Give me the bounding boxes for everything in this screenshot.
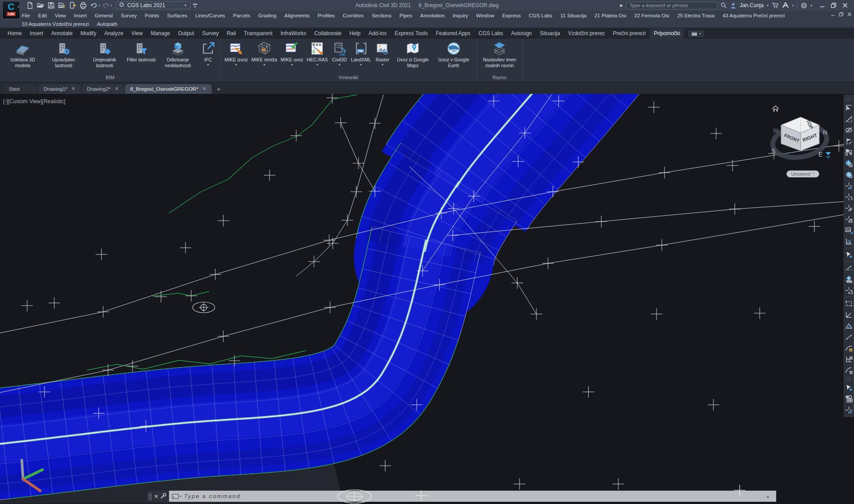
- perp-calc-tool-icon[interactable]: [844, 354, 854, 365]
- search-input[interactable]: [626, 2, 717, 9]
- restore-button[interactable]: [831, 3, 836, 8]
- open-button[interactable]: [36, 1, 45, 10]
- new-button[interactable]: [25, 1, 35, 10]
- split-button-arrow-icon[interactable]: ▼: [206, 63, 209, 66]
- saveas-button[interactable]: [57, 1, 67, 10]
- close-tab-icon[interactable]: ✕: [202, 86, 206, 92]
- viewcube-menu-arrow-icon[interactable]: [826, 152, 831, 155]
- menu-25-electra-trasa[interactable]: 25 Electra Trasa: [673, 13, 719, 18]
- menu-parcels[interactable]: Parcels: [229, 13, 254, 18]
- split-button-arrow-icon[interactable]: ▼: [338, 63, 341, 66]
- ribbon-tab-survey[interactable]: Survey: [198, 28, 222, 39]
- ribbon-button-raster[interactable]: Raster▼: [373, 40, 392, 67]
- search-icon[interactable]: [721, 2, 727, 8]
- split-button-arrow-icon[interactable]: ▼: [235, 63, 238, 66]
- split-button-arrow-icon[interactable]: ▼: [381, 63, 384, 66]
- menu-sections[interactable]: Sections: [368, 13, 395, 18]
- user-avatar-icon[interactable]: [730, 2, 737, 9]
- doc-tab-drawing2[interactable]: Drawing2*✕: [82, 84, 124, 94]
- menu-inquiry[interactable]: Inquiry: [449, 13, 472, 18]
- ribbon-tab-featured-apps[interactable]: Featured Apps: [432, 28, 475, 39]
- user-menu-arrow-icon[interactable]: ▾: [767, 4, 769, 8]
- ribbon-tab-view[interactable]: View: [127, 28, 147, 39]
- close-button[interactable]: [842, 3, 848, 8]
- compass-south-label[interactable]: S: [771, 148, 775, 155]
- doc-close-button[interactable]: [847, 12, 852, 16]
- apps-menu-arrow-icon[interactable]: ▾: [792, 4, 794, 8]
- ribbon-tab-home[interactable]: Home: [4, 28, 26, 39]
- ribbon-button-mike-uvoz[interactable]: MIKE uvoz▼: [279, 40, 305, 67]
- flag-tool-icon[interactable]: [844, 136, 854, 147]
- workspace-selector[interactable]: CGS Labs 2021 ▼: [116, 1, 190, 9]
- upload-button[interactable]: [68, 1, 77, 10]
- menu-pipes[interactable]: Pipes: [395, 13, 416, 18]
- ribbon-button-ifc[interactable]: IFC▼: [198, 40, 218, 67]
- split-button-arrow-icon[interactable]: ▼: [359, 63, 363, 66]
- minimize-button[interactable]: [820, 3, 825, 8]
- ribbon-button-odkrivanje-neskladnosti[interactable]: Odkrivanje neskladnosti: [157, 40, 198, 69]
- ribbon-button-mike-mre-a[interactable]: MIKE mreža▼: [250, 40, 279, 67]
- point-rotate-tool-icon[interactable]: [844, 285, 854, 296]
- ribbon-tab-transparent[interactable]: Transparent: [240, 28, 276, 39]
- menu-view[interactable]: View: [51, 13, 70, 18]
- menu-cgs-labs[interactable]: CGS Labs: [525, 13, 556, 18]
- blocks-tool-icon[interactable]: [844, 147, 854, 158]
- ribbon-button-izvoz-v-google-earth[interactable]: Izvoz v Google Earth: [433, 40, 474, 69]
- profile2-tool-icon[interactable]: [844, 262, 854, 274]
- doc-restore-button[interactable]: [839, 12, 843, 16]
- app-store-cart-icon[interactable]: [772, 2, 779, 8]
- drawing-viewport[interactable]: [-][Custom View][Realistic] N W S E TOP …: [0, 94, 854, 504]
- ribbon-button-filter-lastnosti[interactable]: Filter lastnosti: [125, 40, 157, 63]
- globe-gear-tool-icon[interactable]: [844, 169, 854, 180]
- menu-survey[interactable]: Survey: [117, 13, 141, 18]
- command-bar-handle[interactable]: ●●●●●●●● ✕: [147, 491, 169, 502]
- application-menu-button[interactable]: C C3D ▾: [2, 1, 20, 19]
- ribbon-tab-help[interactable]: Help: [346, 28, 365, 39]
- ribbon-tab-analyze[interactable]: Analyze: [100, 28, 127, 39]
- split-button-arrow-icon[interactable]: ▼: [316, 63, 319, 66]
- ribbon-button-mike-izvoz[interactable]: MIKE izvoz▼: [223, 40, 250, 67]
- viewport-controls[interactable]: [-][Custom View][Realistic]: [3, 98, 65, 105]
- menu-corridors[interactable]: Corridors: [339, 13, 368, 18]
- menu-window[interactable]: Window: [472, 13, 498, 18]
- plot-button[interactable]: [78, 1, 88, 10]
- menu-alignments[interactable]: Alignments: [280, 13, 314, 18]
- arc-calc-tool-icon[interactable]: [844, 365, 854, 376]
- palette-grip-icon[interactable]: ••••••••: [846, 376, 851, 382]
- ribbon-tab-express-tools[interactable]: Express Tools: [391, 28, 431, 39]
- split-button-arrow-icon[interactable]: ▼: [290, 63, 294, 66]
- ribbon-tab-annotate[interactable]: Annotate: [47, 28, 77, 39]
- rect-dashed-tool-icon[interactable]: [844, 298, 854, 309]
- menu-grading[interactable]: Grading: [254, 13, 280, 18]
- ribbon-tab-pre-ni-prerezi[interactable]: Prečni prerezi: [609, 28, 650, 39]
- ribbon-tab-add-ins[interactable]: Add-ins: [364, 28, 391, 39]
- menu-surfaces[interactable]: Surfaces: [163, 13, 191, 18]
- tri-arrow-tool-icon[interactable]: [844, 320, 854, 331]
- corner-tool-icon[interactable]: [844, 102, 854, 113]
- menu-edit[interactable]: Edit: [34, 13, 51, 18]
- autodesk-app-icon[interactable]: [782, 2, 789, 8]
- menu-lines-curves[interactable]: Lines/Curves: [191, 13, 229, 18]
- point-asterisk-tool-icon[interactable]: [844, 404, 854, 415]
- point-asterisk-tool-icon[interactable]: [844, 180, 854, 191]
- point-a-tool-icon[interactable]: A: [844, 191, 854, 202]
- ribbon-tab-cgs-labs[interactable]: CGS Labs: [475, 28, 507, 39]
- compass-west-label[interactable]: W: [773, 127, 779, 134]
- ribbon-display-toggle[interactable]: ▾: [689, 31, 704, 37]
- ribbon-tab-rail[interactable]: Rail: [223, 28, 240, 39]
- ribbon-button-izdelava-3d-modela[interactable]: Izdelava 3D modela: [2, 40, 43, 69]
- viewcube[interactable]: N W S E TOP FRONT RIGHT: [762, 106, 838, 173]
- ribbon-button-uvoz-iz-google-maps[interactable]: Uvoz iz Google Maps: [392, 40, 433, 69]
- help-icon[interactable]: ?: [801, 2, 807, 9]
- menu-insert[interactable]: Insert: [70, 13, 91, 18]
- ribbon-button-civil3d[interactable]: OSBC3DCivil3D▼: [330, 40, 349, 67]
- menu-express[interactable]: Express: [498, 13, 525, 18]
- new-tab-button[interactable]: +: [213, 85, 225, 94]
- command-input-field[interactable]: ▾ ▲: [169, 491, 776, 502]
- palette-grip-icon[interactable]: ••••••••: [846, 96, 851, 102]
- compass-north-label[interactable]: N: [823, 129, 827, 136]
- angle-tool-icon[interactable]: [844, 309, 854, 320]
- customize-wrench-icon[interactable]: [161, 492, 166, 500]
- menu-21-plateia-osi[interactable]: 21 Plateia Osi: [590, 13, 630, 18]
- ucs-selector[interactable]: Unnamed ▽: [786, 170, 819, 177]
